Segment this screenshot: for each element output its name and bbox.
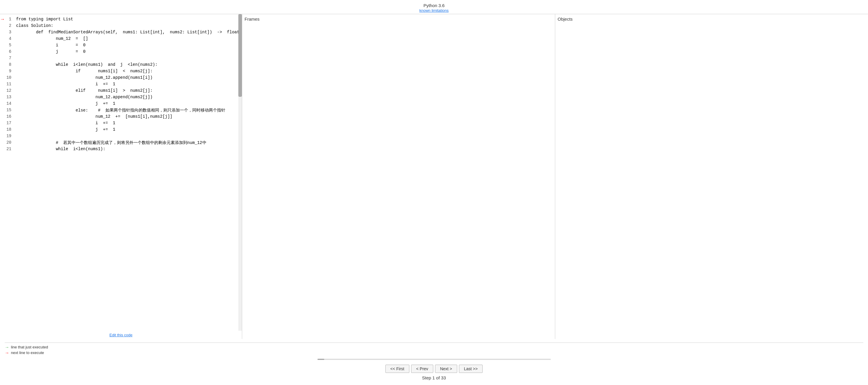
right-panels: Frames Objects bbox=[242, 14, 868, 339]
arrow-cell bbox=[0, 101, 5, 107]
slider-fill bbox=[317, 359, 324, 360]
table-row: 10 num_12.append(nums1[i]) bbox=[0, 75, 242, 81]
arrow-cell bbox=[0, 30, 5, 36]
separator-line bbox=[5, 343, 863, 343]
slider-container bbox=[0, 357, 868, 361]
arrow-cell bbox=[0, 49, 5, 56]
main-content: →1from typing import List2class Solution… bbox=[0, 14, 868, 339]
table-row: 15 else: # 如果两个指针指向的数值相同，则只添加一个，同时移动两个指针 bbox=[0, 107, 242, 114]
next-button[interactable]: Next > bbox=[435, 365, 457, 373]
table-row: 18 j += 1 bbox=[0, 127, 242, 133]
table-row: 9 if nums1[i] < nums2[j]: bbox=[0, 68, 242, 75]
code-line-text: i += 1 bbox=[15, 120, 242, 127]
arrow-cell bbox=[0, 56, 5, 62]
nav-buttons: << First < Prev Next > Last >> bbox=[385, 365, 483, 373]
frames-panel: Frames bbox=[242, 14, 555, 339]
green-arrow-icon: → bbox=[5, 345, 9, 350]
edit-link-container: Edit this code bbox=[0, 331, 242, 339]
line-number: 10 bbox=[5, 75, 15, 81]
table-row: 7 bbox=[0, 56, 242, 62]
legend-green: → line that just executed bbox=[5, 345, 863, 350]
table-row: 8 while i<len(nums1) and j <len(nums2): bbox=[0, 62, 242, 68]
page-container: Python 3.6 known limitations →1from typi… bbox=[0, 0, 868, 385]
line-number: 5 bbox=[5, 42, 15, 49]
scrollbar-track[interactable] bbox=[238, 14, 242, 331]
code-line-text: num_12 += [nums1[i],nums2[j]] bbox=[15, 114, 242, 120]
arrow-cell bbox=[0, 75, 5, 81]
code-line-text: from typing import List bbox=[15, 16, 242, 23]
arrow-cell bbox=[0, 81, 5, 88]
line-number: 4 bbox=[5, 36, 15, 42]
line-number: 3 bbox=[5, 30, 15, 36]
python-version: Python 3.6 bbox=[0, 3, 868, 8]
code-line-text bbox=[15, 56, 242, 62]
slider-track[interactable] bbox=[317, 359, 551, 360]
line-number: 15 bbox=[5, 107, 15, 114]
header: Python 3.6 known limitations bbox=[0, 0, 868, 14]
arrow-cell bbox=[0, 114, 5, 120]
code-line-text: j = 0 bbox=[15, 49, 242, 56]
current-line-arrow: → bbox=[1, 17, 4, 22]
arrow-cell bbox=[0, 88, 5, 95]
arrow-cell bbox=[0, 107, 5, 114]
arrow-cell bbox=[0, 146, 5, 153]
code-area[interactable]: →1from typing import List2class Solution… bbox=[0, 14, 242, 331]
table-row: 14 j += 1 bbox=[0, 101, 242, 107]
step-label: Step 1 of 33 bbox=[422, 375, 446, 380]
code-line-text: while i<len(nums1): bbox=[15, 146, 242, 153]
line-number: 11 bbox=[5, 81, 15, 88]
table-row: 13 num_12.append(nums2[j]) bbox=[0, 95, 242, 101]
known-limitations-link[interactable]: known limitations bbox=[420, 8, 448, 13]
table-row: 21 while i<len(nums1): bbox=[0, 146, 242, 153]
line-number: 2 bbox=[5, 23, 15, 30]
code-line-text: elif nums1[i] > nums2[j]: bbox=[15, 88, 242, 95]
table-row: 3 def findMedianSortedArrays(self, nums1… bbox=[0, 30, 242, 36]
table-row: 4 num_12 = [] bbox=[0, 36, 242, 42]
line-number: 14 bbox=[5, 101, 15, 107]
line-number: 7 bbox=[5, 56, 15, 62]
arrow-cell bbox=[0, 95, 5, 101]
table-row: →1from typing import List bbox=[0, 16, 242, 23]
arrow-cell bbox=[0, 140, 5, 146]
prev-button[interactable]: < Prev bbox=[411, 365, 433, 373]
footer: << First < Prev Next > Last >> Step 1 of… bbox=[0, 361, 868, 385]
code-panel: →1from typing import List2class Solution… bbox=[0, 14, 242, 339]
code-line-text: class Solution: bbox=[15, 23, 242, 30]
arrow-cell bbox=[0, 120, 5, 127]
line-number: 13 bbox=[5, 95, 15, 101]
table-row: 6 j = 0 bbox=[0, 49, 242, 56]
code-table: →1from typing import List2class Solution… bbox=[0, 16, 242, 153]
code-line-text: j += 1 bbox=[15, 101, 242, 107]
line-number: 17 bbox=[5, 120, 15, 127]
line-number: 21 bbox=[5, 146, 15, 153]
edit-code-link[interactable]: Edit this code bbox=[109, 333, 132, 337]
line-number: 18 bbox=[5, 127, 15, 133]
line-number: 20 bbox=[5, 140, 15, 146]
scrollbar-thumb[interactable] bbox=[238, 14, 242, 97]
code-line-text: j += 1 bbox=[15, 127, 242, 133]
first-button[interactable]: << First bbox=[385, 365, 409, 373]
line-number: 6 bbox=[5, 49, 15, 56]
table-row: 2class Solution: bbox=[0, 23, 242, 30]
legend-red: → next line to execute bbox=[5, 350, 863, 355]
arrow-cell bbox=[0, 36, 5, 42]
arrow-cell bbox=[0, 127, 5, 133]
code-line-text: else: # 如果两个指针指向的数值相同，则只添加一个，同时移动两个指针 bbox=[15, 107, 242, 114]
code-line-text: i = 0 bbox=[15, 42, 242, 49]
green-legend-label: line that just executed bbox=[11, 345, 48, 349]
arrow-cell bbox=[0, 68, 5, 75]
table-row: 20 # 若其中一个数组遍历完成了，则将另外一个数组中的剩余元素添加到num_1… bbox=[0, 140, 242, 146]
code-line-text bbox=[15, 133, 242, 140]
table-row: 5 i = 0 bbox=[0, 42, 242, 49]
code-line-text: num_12.append(nums2[j]) bbox=[15, 95, 242, 101]
line-number: 8 bbox=[5, 62, 15, 68]
arrow-cell: → bbox=[0, 16, 5, 23]
arrow-cell bbox=[0, 42, 5, 49]
code-line-text: # 若其中一个数组遍历完成了，则将另外一个数组中的剩余元素添加到num_12中 bbox=[15, 140, 242, 146]
red-legend-label: next line to execute bbox=[11, 350, 44, 355]
code-line-text: num_12 = [] bbox=[15, 36, 242, 42]
line-number: 19 bbox=[5, 133, 15, 140]
last-button[interactable]: Last >> bbox=[459, 365, 483, 373]
arrow-cell bbox=[0, 133, 5, 140]
code-line-text: if nums1[i] < nums2[j]: bbox=[15, 68, 242, 75]
